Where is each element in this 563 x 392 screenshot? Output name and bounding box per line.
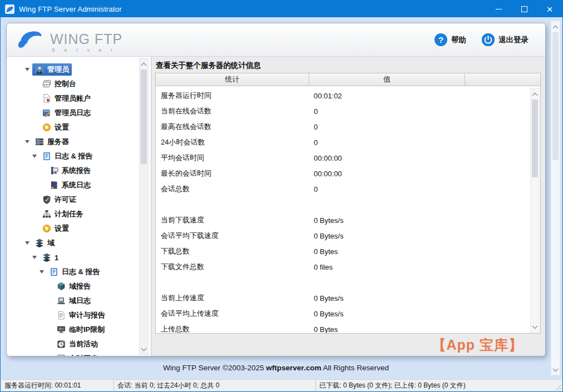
tree-label: 实时图表 bbox=[69, 354, 98, 356]
value-cell: 0 files bbox=[309, 263, 540, 271]
tree-item-15[interactable]: 日志 & 报告 bbox=[7, 265, 139, 279]
domain-report-icon bbox=[57, 282, 66, 291]
console-icon bbox=[42, 80, 51, 88]
tree-item-4[interactable]: 管理员日志 bbox=[7, 106, 139, 120]
expander-arrow[interactable] bbox=[38, 270, 45, 274]
tree-item-6[interactable]: 服务器 bbox=[7, 135, 139, 149]
tree-item-20[interactable]: 当前活动 bbox=[7, 337, 139, 351]
stat-cell: 当前下载速度 bbox=[156, 215, 309, 225]
tree-item-13[interactable]: 域 bbox=[7, 236, 139, 250]
tree-node: 管理员日志 bbox=[39, 107, 93, 119]
system-report-icon bbox=[50, 166, 58, 175]
watermark: 【App 宝库】 bbox=[432, 336, 523, 354]
tree-label: 域 bbox=[47, 238, 55, 248]
tree-node: 临时IP限制 bbox=[54, 324, 107, 336]
value-cell: 0 bbox=[309, 107, 540, 116]
scroll-up-button[interactable] bbox=[551, 22, 560, 31]
logout-button[interactable]: 退出登录 bbox=[482, 33, 529, 46]
minimize-button[interactable] bbox=[486, 1, 511, 17]
expander-arrow[interactable] bbox=[31, 256, 38, 259]
tree-item-14[interactable]: 1 bbox=[7, 250, 139, 265]
logo-text: WING FTP S e r v e r bbox=[50, 32, 122, 53]
tree-node: 日志 & 报告 bbox=[39, 150, 96, 162]
server-icon bbox=[35, 137, 44, 146]
tree-item-5[interactable]: 设置 bbox=[7, 120, 139, 135]
stat-cell: 会话平均上传速度 bbox=[156, 309, 309, 319]
expander-arrow[interactable] bbox=[23, 140, 31, 143]
value-cell: 0 bbox=[309, 185, 540, 193]
tree-item-9[interactable]: 系统日志 bbox=[7, 178, 139, 192]
sidebar-tree: 管理员控制台管理员账户管理员日志设置服务器日志 & 报告系统报告系统日志许可证计… bbox=[7, 62, 139, 356]
footer-suffix: All Rights Reserved bbox=[321, 364, 389, 372]
table-row: 会话平均上传速度0 Bytes/s bbox=[156, 306, 540, 321]
scroll-down-button[interactable] bbox=[531, 322, 539, 331]
triangle-down-icon bbox=[25, 241, 29, 245]
app-logo-icon bbox=[5, 4, 14, 14]
triangle-down-icon bbox=[25, 140, 29, 143]
chevron-up-icon bbox=[141, 62, 147, 68]
tree-item-11[interactable]: 计划任务 bbox=[7, 207, 139, 221]
logo-line1: WING FTP bbox=[50, 32, 122, 46]
tree-item-1[interactable]: 管理员 bbox=[7, 62, 139, 77]
tree-node: 管理员 bbox=[32, 63, 72, 76]
tree-item-10[interactable]: 许可证 bbox=[7, 192, 139, 207]
value-cell: 0 bbox=[309, 138, 540, 147]
tree-node: 当前活动 bbox=[54, 338, 101, 350]
tree-item-3[interactable]: 管理员账户 bbox=[7, 91, 139, 106]
tree-item-12[interactable]: 设置 bbox=[7, 221, 139, 236]
tree-item-8[interactable]: 系统报告 bbox=[7, 163, 139, 178]
scroll-down-button[interactable] bbox=[551, 365, 560, 374]
stat-cell: 会话平均下载速度 bbox=[156, 231, 309, 241]
tree-label: 服务器 bbox=[47, 137, 69, 147]
stat-cell: 下载总数 bbox=[156, 246, 309, 256]
column-header-extra[interactable] bbox=[465, 73, 540, 86]
table-row: 会话平均下载速度0 Bytes/s bbox=[156, 228, 540, 244]
footer-copyright: Wing FTP Server ©2003-2025 wftpserver.co… bbox=[6, 364, 546, 372]
tree-node: 设置 bbox=[39, 222, 72, 235]
tree-node: 系统报告 bbox=[47, 165, 93, 177]
window-scrollbar[interactable] bbox=[551, 21, 560, 375]
tree-label: 日志 & 报告 bbox=[62, 267, 100, 277]
expander-arrow[interactable] bbox=[23, 68, 31, 71]
tree-node: 1 bbox=[39, 252, 61, 263]
scrollbar-thumb[interactable] bbox=[532, 100, 538, 177]
tree-item-18[interactable]: 审计与报告 bbox=[7, 308, 139, 322]
stat-cell: 当前在线会话数 bbox=[156, 106, 309, 116]
tree-item-16[interactable]: 域报告 bbox=[7, 279, 139, 294]
scrollbar-thumb[interactable] bbox=[552, 32, 559, 160]
close-button[interactable]: × bbox=[537, 1, 562, 17]
tree-item-21[interactable]: 实时图表 bbox=[7, 351, 139, 356]
log-report-icon bbox=[50, 267, 58, 276]
column-header-value[interactable]: 值 bbox=[309, 73, 465, 86]
admin-user-icon bbox=[35, 65, 44, 74]
sidebar-scrollbar[interactable] bbox=[139, 58, 149, 355]
column-header-stat[interactable]: 统计 bbox=[156, 73, 309, 86]
table-row: 下载文件总数0 files bbox=[156, 259, 540, 275]
logout-label: 退出登录 bbox=[498, 35, 529, 45]
card-header: WING FTP S e r v e r 帮助 退出登录 bbox=[7, 23, 545, 57]
tree-label: 域报告 bbox=[69, 281, 91, 291]
table-header: 统计 值 bbox=[156, 73, 540, 86]
table-row: 最高在线会话数0 bbox=[156, 119, 540, 135]
tree-label: 当前活动 bbox=[69, 339, 98, 349]
expander-arrow[interactable] bbox=[23, 241, 31, 245]
scroll-down-button[interactable] bbox=[140, 344, 148, 353]
scroll-up-button[interactable] bbox=[140, 59, 148, 68]
tree-item-17[interactable]: 域日志 bbox=[7, 294, 139, 308]
tree-item-2[interactable]: 控制台 bbox=[7, 77, 139, 91]
help-label: 帮助 bbox=[451, 35, 466, 45]
help-button[interactable]: 帮助 bbox=[434, 33, 466, 46]
table-row: 下载总数0 Bytes bbox=[156, 244, 540, 259]
sidebar: 管理员控制台管理员账户管理员日志设置服务器日志 & 报告系统报告系统日志许可证计… bbox=[7, 57, 151, 356]
chevron-up-icon bbox=[553, 25, 559, 31]
expander-arrow[interactable] bbox=[31, 155, 38, 158]
scrollbar-thumb[interactable] bbox=[141, 70, 147, 164]
stat-cell: 最长的会话时间 bbox=[156, 168, 309, 178]
tree-item-19[interactable]: 临时IP限制 bbox=[7, 322, 139, 337]
table-scrollbar[interactable] bbox=[530, 88, 540, 333]
scroll-up-button[interactable] bbox=[531, 90, 539, 98]
tree-item-7[interactable]: 日志 & 报告 bbox=[7, 149, 139, 163]
tree-label: 设置 bbox=[55, 122, 69, 132]
maximize-button[interactable] bbox=[511, 1, 537, 17]
status-section-2: 会话: 当前 0; 过去24小时 0; 总共 0 bbox=[114, 380, 316, 391]
